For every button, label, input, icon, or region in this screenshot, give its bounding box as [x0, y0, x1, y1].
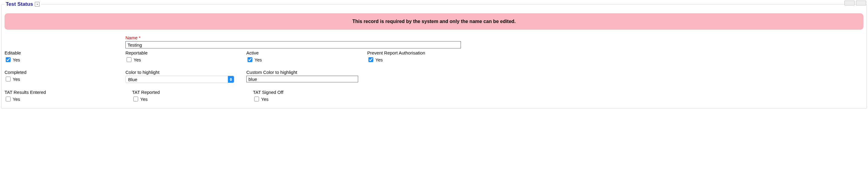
editable-checkbox[interactable]: [6, 57, 10, 62]
test-status-fieldset: Test Status - This record is required by…: [1, 1, 867, 109]
tat-entered-label: TAT Results Entered: [4, 90, 122, 95]
reportable-option-text: Yes: [133, 57, 141, 62]
tat-reported-checkbox[interactable]: [133, 96, 138, 102]
flags-row-1: Editable Yes Reportable Yes Active Yes P…: [4, 50, 864, 63]
ghost-button-1[interactable]: [844, 1, 855, 5]
editable-option[interactable]: Yes: [4, 56, 122, 63]
completed-option-text: Yes: [13, 77, 20, 82]
tat-reported-label: TAT Reported: [132, 90, 243, 95]
ghost-button-2[interactable]: [856, 1, 866, 5]
prevent-checkbox[interactable]: [368, 57, 373, 62]
tat-signed-field: TAT Signed Off Yes: [246, 90, 364, 102]
reportable-label: Reportable: [125, 50, 243, 55]
top-right-ghost-buttons: [844, 1, 866, 5]
tat-entered-option-text: Yes: [13, 96, 20, 102]
tat-signed-checkbox[interactable]: [254, 96, 259, 102]
tat-entered-option[interactable]: Yes: [4, 96, 122, 102]
tat-signed-option-text: Yes: [261, 96, 268, 102]
editable-option-text: Yes: [13, 57, 20, 62]
prevent-option-text: Yes: [375, 57, 383, 62]
svg-marker-1: [230, 80, 232, 81]
editable-field: Editable Yes: [4, 50, 122, 63]
active-field: Active Yes: [246, 50, 364, 63]
reportable-field: Reportable Yes: [125, 50, 243, 63]
active-option-text: Yes: [254, 57, 262, 62]
system-alert: This record is required by the system an…: [4, 13, 864, 30]
completed-label: Completed: [4, 69, 122, 75]
tat-reported-field: TAT Reported Yes: [125, 90, 243, 102]
fieldset-legend: Test Status -: [4, 1, 41, 7]
completed-checkbox[interactable]: [6, 77, 10, 81]
reportable-checkbox[interactable]: [127, 57, 131, 62]
name-label: Name *: [125, 35, 864, 40]
tat-signed-option[interactable]: Yes: [253, 96, 364, 102]
name-input[interactable]: [125, 41, 461, 49]
color-label: Color to highlight: [125, 69, 243, 75]
color-field: Color to highlight Blue: [125, 69, 243, 83]
svg-marker-0: [230, 78, 232, 79]
prevent-field: Prevent Report Authorisation Yes: [367, 50, 864, 63]
editable-label: Editable: [4, 50, 122, 55]
custom-color-label: Custom Color to highlight: [246, 69, 364, 75]
completed-option[interactable]: Yes: [4, 76, 122, 82]
flags-row-2: Completed Yes Color to highlight Blue Cu…: [4, 69, 864, 83]
color-select[interactable]: Blue: [125, 76, 234, 83]
prevent-option[interactable]: Yes: [367, 56, 864, 63]
active-checkbox[interactable]: [248, 57, 252, 62]
tat-reported-option-text: Yes: [140, 96, 148, 102]
legend-title: Test Status: [6, 1, 33, 7]
tat-entered-field: TAT Results Entered Yes: [4, 90, 122, 102]
custom-color-input[interactable]: [246, 76, 358, 82]
completed-field: Completed Yes: [4, 69, 122, 82]
reportable-option[interactable]: Yes: [125, 56, 243, 63]
collapse-toggle[interactable]: -: [35, 2, 39, 7]
tat-reported-option[interactable]: Yes: [132, 96, 243, 102]
active-label: Active: [246, 50, 364, 55]
tat-signed-label: TAT Signed Off: [253, 90, 364, 95]
custom-color-field: Custom Color to highlight: [246, 69, 364, 82]
flags-row-3: TAT Results Entered Yes TAT Reported Yes…: [4, 90, 864, 102]
color-select-value: Blue: [128, 77, 137, 82]
tat-entered-checkbox[interactable]: [6, 96, 10, 102]
active-option[interactable]: Yes: [246, 56, 364, 63]
prevent-label: Prevent Report Authorisation: [367, 50, 864, 55]
updown-icon: [228, 76, 234, 83]
name-row: Name *: [4, 35, 864, 49]
